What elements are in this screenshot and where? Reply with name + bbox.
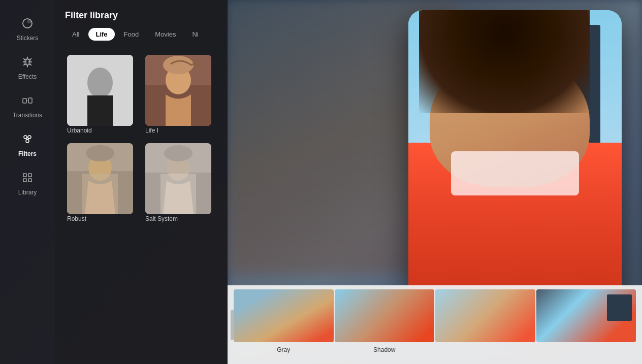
svg-point-16 bbox=[86, 65, 114, 85]
svg-point-6 bbox=[26, 140, 29, 143]
library-icon bbox=[21, 172, 34, 186]
svg-rect-14 bbox=[67, 55, 133, 126]
timeline-frame-3[interactable] bbox=[435, 289, 535, 342]
timeline-label-gray: Gray bbox=[234, 346, 334, 353]
app-container: Stickers Effects Transitions bbox=[0, 0, 642, 364]
filter-tabs: All Life Food Movies Ni bbox=[65, 28, 217, 41]
effects-icon bbox=[21, 56, 34, 70]
transitions-icon bbox=[21, 94, 34, 109]
filter-panel-header: Filter library All Life Food Movies Ni bbox=[55, 0, 228, 47]
filter-panel: Filter library All Life Food Movies Ni bbox=[55, 0, 228, 364]
timeline-frames[interactable] bbox=[228, 285, 642, 346]
timeline-strip: Gray Shadow bbox=[228, 285, 642, 364]
filter-tab-food[interactable]: Food bbox=[117, 28, 146, 41]
preview-area: Gray Shadow bbox=[228, 0, 642, 364]
timeline-frame-2[interactable] bbox=[335, 289, 435, 342]
svg-rect-30 bbox=[160, 174, 196, 214]
svg-point-5 bbox=[28, 136, 31, 139]
filter-name-robust: Robust bbox=[67, 215, 86, 222]
filter-grid: Urbanoid Life I bbox=[55, 47, 228, 234]
timeline-label-shadow: Shadow bbox=[335, 346, 435, 353]
svg-rect-13 bbox=[28, 179, 31, 182]
phone-frame bbox=[408, 10, 622, 305]
sidebar-item-stickers[interactable]: Stickers bbox=[0, 10, 55, 49]
filter-tab-movies[interactable]: Movies bbox=[148, 28, 183, 41]
filter-name-urbanoid: Urbanoid bbox=[67, 127, 92, 134]
filter-item-urbanoid[interactable]: Urbanoid bbox=[63, 52, 141, 140]
filter-tab-life[interactable]: Life bbox=[88, 28, 114, 41]
svg-rect-12 bbox=[23, 179, 26, 182]
filters-icon bbox=[21, 133, 34, 147]
svg-point-4 bbox=[24, 136, 27, 139]
svg-rect-2 bbox=[23, 98, 26, 103]
sidebar-item-filters[interactable]: Filters bbox=[0, 126, 55, 164]
filter-thumb-robust bbox=[67, 143, 133, 214]
svg-rect-10 bbox=[23, 174, 26, 177]
timeline-labels: Gray Shadow bbox=[228, 346, 642, 353]
filter-item-life-i[interactable]: Life I bbox=[141, 52, 219, 140]
filter-tab-all[interactable]: All bbox=[65, 28, 86, 41]
sidebar-item-filters-label: Filters bbox=[18, 150, 37, 157]
filter-thumb-salt-system bbox=[145, 143, 211, 214]
timeline-frame-1[interactable] bbox=[234, 289, 334, 342]
sidebar-item-library[interactable]: Library bbox=[0, 164, 55, 203]
filter-tab-ni[interactable]: Ni bbox=[185, 28, 205, 41]
svg-rect-17 bbox=[67, 55, 133, 126]
sidebar-item-library-label: Library bbox=[18, 189, 37, 196]
sidebar-item-transitions-label: Transitions bbox=[13, 112, 42, 119]
svg-rect-25 bbox=[82, 174, 118, 214]
filter-name-life-i: Life I bbox=[145, 127, 158, 134]
timeline-label-3 bbox=[435, 346, 535, 353]
svg-rect-11 bbox=[28, 174, 31, 177]
svg-point-26 bbox=[86, 145, 114, 161]
timeline-label-4 bbox=[536, 346, 636, 353]
sticker-icon bbox=[21, 17, 34, 31]
timeline-frame-4[interactable] bbox=[536, 289, 636, 342]
filter-item-salt-system[interactable]: Salt System bbox=[141, 140, 219, 228]
filter-thumb-life-i bbox=[145, 55, 211, 126]
sidebar-item-effects-label: Effects bbox=[18, 73, 37, 80]
svg-point-31 bbox=[164, 145, 192, 161]
svg-rect-3 bbox=[28, 98, 32, 103]
filter-thumb-urbanoid bbox=[67, 55, 133, 126]
sidebar-item-effects[interactable]: Effects bbox=[0, 49, 55, 87]
filter-panel-title: Filter library bbox=[65, 10, 217, 21]
sidebar-item-stickers-label: Stickers bbox=[17, 35, 39, 42]
svg-point-21 bbox=[163, 56, 194, 74]
svg-point-15 bbox=[89, 65, 111, 90]
sidebar: Stickers Effects Transitions bbox=[0, 0, 55, 364]
phone-photo bbox=[408, 10, 622, 305]
sidebar-item-transitions[interactable]: Transitions bbox=[0, 87, 55, 126]
filter-name-salt-system: Salt System bbox=[145, 215, 178, 222]
filter-item-robust[interactable]: Robust bbox=[63, 140, 141, 228]
